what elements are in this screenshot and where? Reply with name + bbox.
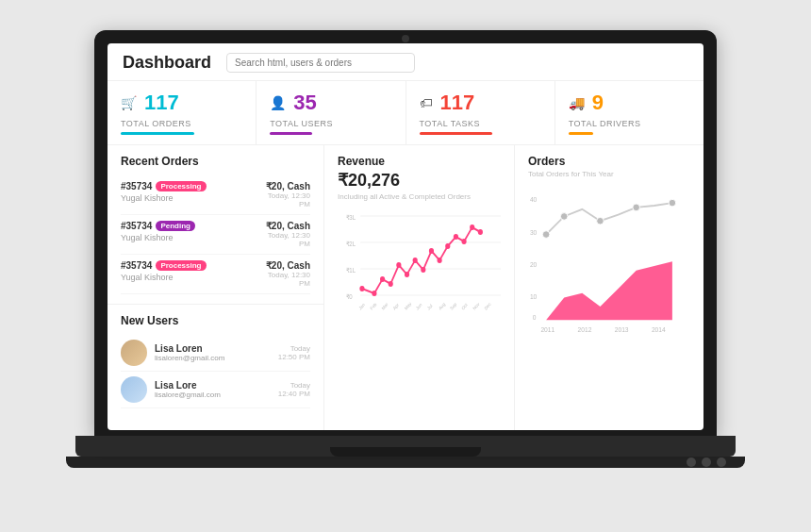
- svg-marker-40: [546, 261, 672, 320]
- svg-text:2014: 2014: [652, 326, 666, 333]
- svg-point-21: [470, 224, 474, 230]
- laptop-dot-3: [717, 457, 726, 467]
- svg-text:Dec: Dec: [484, 301, 492, 311]
- revenue-subtitle: Including all Active & Completed Orders: [338, 192, 501, 201]
- search-input[interactable]: [226, 53, 415, 73]
- user-name-1: Lisa Loren: [155, 343, 271, 354]
- svg-point-12: [396, 262, 401, 268]
- svg-point-13: [405, 272, 409, 277]
- user-name-2: Lisa Lore: [155, 380, 271, 391]
- order-name: Yugal Kishore: [121, 233, 195, 242]
- truck-icon: 🚚: [569, 95, 585, 110]
- order-time: Today, 12:30PM: [266, 191, 310, 208]
- avatar-1: [121, 340, 147, 366]
- stat-total-orders: 🛒 117 TOTAL ORDERS: [108, 81, 257, 144]
- svg-text:Oct: Oct: [461, 302, 469, 311]
- total-drivers-label: TOTAL DRIVERS: [569, 119, 690, 128]
- order-name: Yugal Kishore: [121, 193, 207, 203]
- total-tasks-label: TOTAL TASKS: [420, 119, 541, 128]
- order-time: Today, 12:30PM: [266, 271, 310, 288]
- svg-text:2013: 2013: [615, 326, 629, 333]
- svg-text:₹0: ₹0: [346, 293, 353, 300]
- total-users-bar: [270, 132, 312, 135]
- svg-point-10: [380, 276, 385, 282]
- svg-point-45: [669, 199, 676, 207]
- left-panel: Recent Orders #35734 Processing Yugal Ki…: [108, 145, 324, 430]
- stat-total-users: 👤 35 TOTAL USERS: [257, 81, 406, 144]
- svg-text:Nov: Nov: [472, 301, 481, 311]
- recent-orders-title: Recent Orders: [121, 155, 310, 168]
- recent-orders-section: Recent Orders #35734 Processing Yugal Ki…: [108, 145, 323, 304]
- svg-text:10: 10: [530, 293, 538, 300]
- svg-text:Mar: Mar: [381, 302, 389, 311]
- new-users-section: New Users Lisa Loren lisaloren@gmail.com…: [108, 304, 323, 430]
- svg-text:Jan: Jan: [358, 302, 366, 311]
- status-badge: Pending: [156, 221, 195, 231]
- revenue-section: Revenue ₹20,276 Including all Active & C…: [324, 145, 514, 430]
- order-id: #35734: [121, 181, 152, 191]
- order-id: #35734: [121, 260, 152, 271]
- right-panel: Orders Total Orders for This Year 40 30 …: [515, 145, 703, 430]
- stat-total-tasks: 🏷 117 TOTAL TASKS: [406, 81, 555, 144]
- total-drivers-bar: [569, 132, 593, 135]
- user-info-2: Lisa Lore lisalore@gmail.com: [155, 380, 271, 399]
- new-users-title: New Users: [121, 314, 310, 327]
- total-drivers-number: 9: [592, 91, 604, 115]
- order-amount: ₹20, Cash: [266, 260, 310, 271]
- svg-point-15: [421, 267, 425, 273]
- user-item-1: Lisa Loren lisaloren@gmail.com Today12:5…: [121, 335, 310, 372]
- stats-row: 🛒 117 TOTAL ORDERS 👤 35 TOTAL USERS: [108, 81, 703, 145]
- header: Dashboard: [108, 43, 703, 81]
- dashboard: Dashboard 🛒 117 TOTAL ORDERS: [108, 43, 703, 430]
- svg-point-16: [429, 248, 434, 254]
- cart-icon: 🛒: [121, 95, 137, 110]
- svg-text:Jun: Jun: [415, 302, 422, 311]
- order-time: Today, 12:30PM: [266, 231, 310, 248]
- laptop-base: [75, 436, 736, 457]
- total-users-number: 35: [293, 91, 316, 115]
- svg-text:₹3L: ₹3L: [346, 214, 356, 221]
- total-tasks-number: 117: [440, 91, 475, 115]
- orders-chart-title: Orders: [528, 155, 690, 168]
- svg-point-17: [438, 258, 442, 263]
- page-title: Dashboard: [123, 53, 211, 73]
- svg-point-19: [454, 234, 458, 240]
- camera: [402, 35, 409, 42]
- svg-point-43: [597, 217, 604, 224]
- svg-text:2011: 2011: [540, 326, 554, 333]
- status-badge: Processing: [156, 260, 206, 271]
- total-orders-number: 117: [144, 91, 179, 115]
- laptop-dot-2: [702, 457, 711, 467]
- svg-text:0: 0: [533, 314, 537, 321]
- svg-text:2012: 2012: [578, 326, 592, 333]
- total-orders-label: TOTAL ORDERS: [121, 119, 242, 128]
- svg-text:May: May: [404, 301, 412, 311]
- order-item-3: #35734 Processing Yugal Kishore ₹20, Cas…: [121, 255, 310, 294]
- order-amount: ₹20, Cash: [266, 221, 310, 231]
- avatar-2: [121, 376, 147, 403]
- svg-point-18: [445, 243, 450, 249]
- total-orders-bar: [121, 132, 194, 135]
- main-content: Recent Orders #35734 Processing Yugal Ki…: [108, 145, 703, 430]
- svg-text:Jul: Jul: [426, 303, 433, 310]
- avatar-img-2: [121, 376, 147, 403]
- user-info-1: Lisa Loren lisaloren@gmail.com: [155, 343, 271, 362]
- svg-text:30: 30: [530, 229, 538, 236]
- revenue-chart-svg: ₹3L ₹2L ₹1L ₹0: [338, 208, 501, 341]
- svg-point-22: [478, 229, 483, 235]
- svg-text:20: 20: [530, 261, 538, 268]
- svg-point-9: [372, 291, 376, 296]
- laptop-foot: [66, 457, 745, 468]
- revenue-amount: ₹20,276: [338, 170, 501, 191]
- orders-chart: 40 30 20 10 0: [528, 186, 690, 337]
- revenue-chart: ₹3L ₹2L ₹1L ₹0: [338, 208, 501, 341]
- svg-text:40: 40: [530, 196, 538, 203]
- user-email-1: lisaloren@gmail.com: [155, 354, 271, 362]
- svg-point-11: [389, 281, 393, 287]
- svg-text:Sep: Sep: [449, 301, 457, 310]
- order-name: Yugal Kishore: [121, 273, 207, 282]
- orders-chart-svg: 40 30 20 10 0: [528, 186, 690, 346]
- screen: Dashboard 🛒 117 TOTAL ORDERS: [108, 43, 703, 430]
- laptop-container: Dashboard 🛒 117 TOTAL ORDERS: [66, 30, 745, 502]
- user-time-2: Today12:40 PM: [278, 381, 310, 398]
